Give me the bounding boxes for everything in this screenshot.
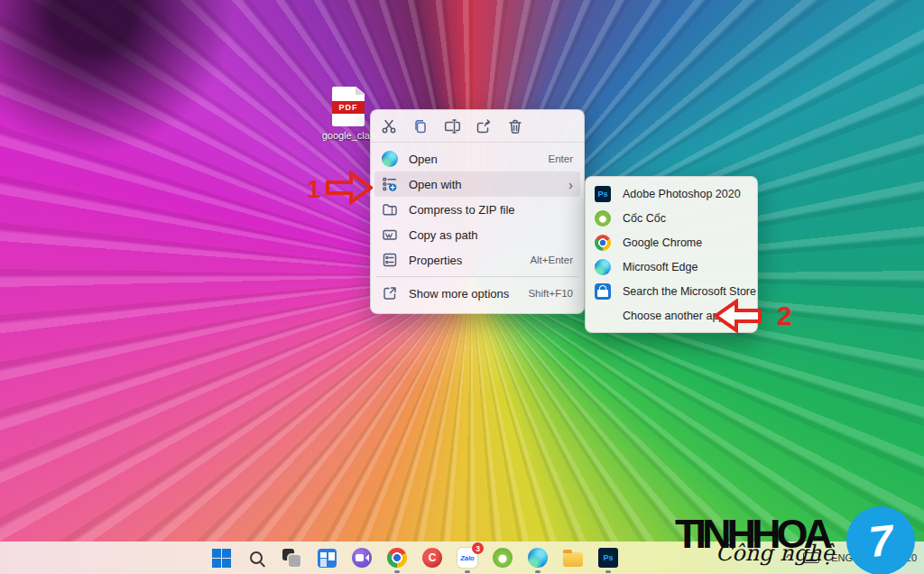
submenu-item-photoshop-label: Adobe Photoshop 2020 xyxy=(623,188,741,200)
submenu-chevron-icon: › xyxy=(568,178,573,191)
coccoc-icon xyxy=(595,210,611,227)
zip-folder-icon xyxy=(382,201,398,218)
photoshop-icon: Ps xyxy=(598,548,618,568)
share-icon[interactable] xyxy=(475,117,493,135)
watermark-badge-number: 7 xyxy=(866,514,895,566)
taskbar-zalo[interactable]: Zalo 3 xyxy=(457,547,478,569)
taskbar-ccleaner[interactable]: C xyxy=(421,547,443,569)
chrome-icon xyxy=(595,235,611,251)
widgets-button[interactable] xyxy=(316,547,337,569)
desktop: PDF google_clas xyxy=(0,0,924,574)
running-indicator xyxy=(605,570,611,573)
taskbar-photoshop[interactable]: Ps xyxy=(597,547,619,569)
annotation-step-1: 1 xyxy=(307,175,321,204)
cut-icon[interactable] xyxy=(380,117,398,135)
menu-separator xyxy=(376,276,578,277)
menu-item-compress-label: Compress to ZIP file xyxy=(409,203,566,217)
chrome-icon xyxy=(387,548,407,568)
menu-item-show-more-options[interactable]: Show more options Shift+F10 xyxy=(374,281,580,306)
chat-button[interactable] xyxy=(351,547,373,569)
submenu-item-photoshop[interactable]: Ps Adobe Photoshop 2020 xyxy=(589,181,753,206)
file-explorer-icon xyxy=(563,552,583,567)
taskbar-coccoc[interactable] xyxy=(492,547,513,569)
empty-icon-slot xyxy=(595,308,611,324)
pdf-file-icon: PDF xyxy=(332,87,365,126)
copy-path-icon xyxy=(382,227,398,243)
menu-item-open-with[interactable]: Open with › xyxy=(374,171,580,197)
ccleaner-icon: C xyxy=(422,548,442,568)
submenu-item-choose-label: Choose another app xyxy=(623,310,725,322)
taskbar-chrome[interactable] xyxy=(386,547,408,569)
edge-icon xyxy=(382,151,398,167)
zalo-notification-badge: 3 xyxy=(472,542,484,554)
menu-item-copy-path-label: Copy as path xyxy=(409,228,566,242)
context-menu-toolbar xyxy=(371,110,584,143)
properties-icon xyxy=(382,252,398,268)
pdf-fold-corner xyxy=(356,87,365,95)
pdf-badge: PDF xyxy=(329,101,367,114)
search-button[interactable] xyxy=(245,547,267,569)
photoshop-icon: Ps xyxy=(595,186,611,202)
show-more-icon xyxy=(382,285,398,301)
watermark-subtitle: Công nghệ xyxy=(716,541,835,566)
submenu-item-coccoc-label: Cốc Cốc xyxy=(623,212,666,225)
task-view-button[interactable] xyxy=(281,547,302,569)
menu-item-open[interactable]: Open Enter xyxy=(374,146,580,171)
menu-item-copy-as-path[interactable]: Copy as path xyxy=(374,222,580,247)
copy-icon[interactable] xyxy=(411,117,430,135)
submenu-item-store-label: Search the Microsoft Store xyxy=(623,285,756,298)
submenu-item-chrome[interactable]: Google Chrome xyxy=(589,230,753,255)
menu-item-open-label: Open xyxy=(409,153,541,166)
rename-icon[interactable] xyxy=(443,117,461,135)
running-indicator xyxy=(394,570,400,573)
desktop-file-label: google_clas xyxy=(320,130,376,141)
chat-camera-icon xyxy=(352,548,372,568)
menu-item-open-with-label: Open with xyxy=(409,178,568,191)
taskbar-edge[interactable] xyxy=(527,547,549,569)
edge-icon xyxy=(528,548,548,568)
context-menu: Open Enter Open wi xyxy=(370,109,585,314)
running-indicator xyxy=(535,570,541,573)
desktop-file-pdf[interactable]: PDF google_clas xyxy=(320,87,376,141)
edge-icon xyxy=(595,259,611,275)
submenu-item-edge-label: Microsoft Edge xyxy=(623,261,698,273)
menu-item-properties[interactable]: Properties Alt+Enter xyxy=(374,247,580,273)
taskbar-file-explorer[interactable] xyxy=(562,547,584,569)
running-indicator xyxy=(465,570,470,573)
zalo-logo-text: Zalo xyxy=(460,554,474,562)
delete-icon[interactable] xyxy=(506,117,524,135)
menu-item-properties-label: Properties xyxy=(409,254,522,267)
windows-logo-icon xyxy=(212,549,231,568)
submenu-item-chrome-label: Google Chrome xyxy=(623,236,702,249)
open-with-icon xyxy=(382,176,398,192)
menu-item-compress-zip[interactable]: Compress to ZIP file xyxy=(374,197,580,222)
task-view-icon xyxy=(282,549,300,567)
annotation-arrow-right-icon xyxy=(326,171,373,208)
menu-item-open-shortcut: Enter xyxy=(549,153,574,164)
annotation-step-2: 2 xyxy=(777,301,792,331)
search-icon xyxy=(250,551,263,564)
start-button[interactable] xyxy=(210,547,232,569)
menu-item-properties-shortcut: Alt+Enter xyxy=(530,255,573,265)
taskbar-center-icons: C Zalo 3 Ps xyxy=(210,542,619,574)
submenu-item-coccoc[interactable]: Cốc Cốc xyxy=(589,206,753,230)
widgets-icon xyxy=(318,549,337,568)
menu-item-show-more-shortcut: Shift+F10 xyxy=(528,288,573,299)
microsoft-store-icon xyxy=(595,283,611,300)
menu-item-show-more-label: Show more options xyxy=(409,287,521,301)
annotation-arrow-left-icon xyxy=(713,299,762,337)
watermark-badge-circle: 7 xyxy=(846,506,915,574)
coccoc-icon xyxy=(493,548,513,568)
submenu-item-edge[interactable]: Microsoft Edge xyxy=(589,255,753,279)
